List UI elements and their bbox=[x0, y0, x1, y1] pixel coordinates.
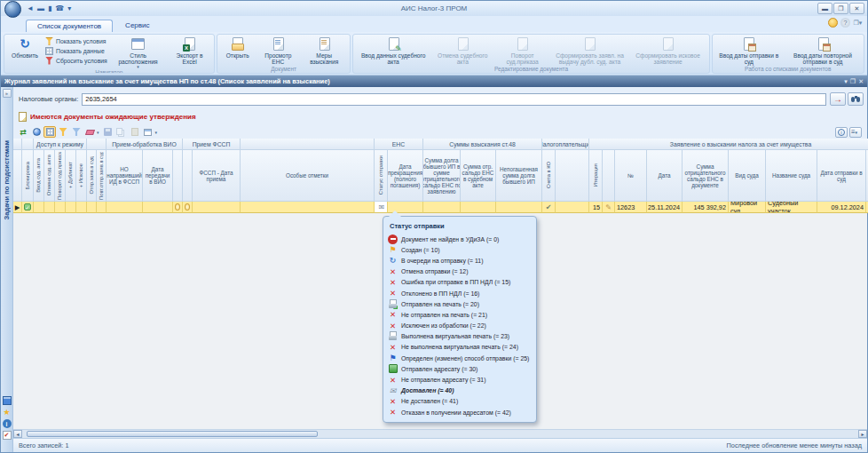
column-number[interactable]: № bbox=[615, 150, 647, 202]
status-option: Отклонено в ПП НДЛ (= 16) bbox=[388, 288, 529, 298]
column-court-send-date[interactable]: Дата отправки в суд bbox=[817, 150, 866, 202]
column-court-type-cell: Мировой суд bbox=[729, 202, 766, 213]
column-edit-mark[interactable] bbox=[603, 150, 615, 202]
star-icon[interactable] bbox=[3, 408, 12, 417]
windows-icon[interactable] bbox=[3, 396, 12, 405]
column-outstanding-debt[interactable]: Непогашенная сумма долга бывшего ИП bbox=[496, 150, 542, 202]
column-blocking[interactable]: Блокировка bbox=[22, 150, 34, 202]
info-button[interactable]: i bbox=[835, 127, 848, 138]
window-menu-icon[interactable]: ❐▾ bbox=[853, 18, 863, 28]
customize-quick-access-icon[interactable]: ▾ bbox=[67, 2, 71, 15]
minimize-button[interactable]: ▬ bbox=[817, 3, 832, 14]
back-icon[interactable]: ◄ bbox=[27, 2, 34, 15]
scroll-left-icon[interactable]: ◄ bbox=[13, 430, 22, 438]
scroll-right-icon[interactable]: ► bbox=[858, 430, 867, 438]
column-fssp-accept-date[interactable]: ФССП - Дата приема bbox=[193, 150, 241, 202]
info-circle-icon[interactable] bbox=[3, 419, 12, 428]
close-button[interactable]: ✕ bbox=[849, 3, 864, 14]
column-termination-date[interactable]: Дата прекращения (полного погашения) bbox=[388, 150, 423, 202]
column-fssp-mark[interactable] bbox=[183, 150, 193, 202]
reset-conditions-button[interactable]: Сбросить условия bbox=[45, 56, 107, 65]
table-row[interactable]: ▶40151262325.11.2024145 392,92Мировой су… bbox=[13, 202, 868, 213]
maximize-button[interactable]: ❐ bbox=[833, 3, 848, 14]
resend-date-button[interactable]: Ввод даты повторной отправки в суд bbox=[784, 35, 862, 65]
column-court-name[interactable]: Название суда bbox=[766, 150, 817, 202]
column-plus-duplicate[interactable]: + Дубликат bbox=[66, 150, 76, 202]
column-no-sent-id-fssp[interactable]: НО направивший ИД в ФССП bbox=[107, 150, 143, 202]
scrollbar-track[interactable] bbox=[22, 430, 858, 438]
column-header-label: Ввод суд. акта bbox=[36, 158, 42, 193]
pin-icon[interactable]: ▮ bbox=[48, 2, 51, 15]
column-former-ie-debt[interactable]: Сумма долга бывшего ИП в сумме отрицател… bbox=[423, 150, 461, 202]
court-act-entry-button[interactable]: Ввод данных судебного акта bbox=[355, 35, 430, 65]
grid-view-icon-button[interactable] bbox=[43, 126, 56, 138]
export-icon-button[interactable] bbox=[17, 126, 29, 138]
status-option-label: Ошибка при отправке в ПП НДЛ (= 15) bbox=[401, 279, 510, 285]
help-icon[interactable]: ? bbox=[840, 18, 850, 28]
panel-close-icon[interactable]: ✕ bbox=[858, 76, 864, 86]
eraser-icon-dropdown-icon[interactable]: ▾ bbox=[97, 130, 99, 135]
panel-menu-icon[interactable]: ▾ bbox=[844, 76, 848, 86]
column-header-label: Сумма долга бывшего ИП в сумме отрицател… bbox=[423, 157, 461, 195]
tab-service[interactable]: Сервис bbox=[114, 20, 160, 32]
measures-icon bbox=[316, 36, 333, 52]
column-court-act-cancel[interactable]: Отмена суд. акта bbox=[44, 150, 55, 202]
layout-list-button[interactable]: ▾ bbox=[849, 127, 862, 138]
column-neg-balance-court-act[interactable]: Сумма отр. сальдо ЕНС в судебном акте bbox=[461, 150, 496, 202]
column-taxpayer-extra[interactable] bbox=[556, 150, 589, 202]
export-excel-button[interactable]: Экспорт в Excel bbox=[167, 35, 211, 68]
filter-icon-button[interactable] bbox=[57, 126, 69, 138]
collection-measures-button[interactable]: Меры взыскания bbox=[300, 35, 349, 65]
scrollbar-thumb[interactable] bbox=[27, 431, 318, 437]
column-vio-mark[interactable] bbox=[173, 150, 183, 202]
horizontal-scrollbar[interactable]: ◄ ► bbox=[13, 429, 867, 438]
show-conditions-button[interactable]: Показать условия bbox=[45, 36, 107, 45]
favorites-star-icon[interactable] bbox=[828, 18, 838, 28]
column-special-marks[interactable]: Особые отметки bbox=[241, 150, 375, 202]
column-order-reversal[interactable]: Поворот суд.приказа bbox=[55, 150, 66, 202]
globe-icon-button[interactable] bbox=[30, 126, 43, 138]
app-menu-button[interactable] bbox=[4, 1, 21, 18]
column-fssp-accept-date-cell bbox=[193, 202, 241, 213]
column-iteration[interactable]: Итерация bbox=[589, 150, 603, 202]
view-ens-button[interactable]: Просмотр ЕНС bbox=[256, 35, 300, 65]
sidebar-tasks-label[interactable]: Задачи по подсистемам bbox=[3, 140, 11, 219]
columns-icon-button[interactable] bbox=[142, 126, 154, 138]
column-header-label: Название суда bbox=[772, 172, 810, 179]
column-vio-transfer-date[interactable]: Дата передачи в ВИО bbox=[143, 150, 173, 202]
filter-edit-icon-button[interactable] bbox=[70, 126, 83, 138]
refresh-button[interactable]: Обновить bbox=[6, 35, 43, 68]
column-send-to-court[interactable]: Отпр.заяв.в суд bbox=[87, 150, 97, 202]
send-date-button[interactable]: Ввод даты отправки в суд bbox=[714, 35, 784, 65]
layout-style-button[interactable]: Стиль расположения▾ bbox=[109, 35, 168, 68]
column-resend-to-court[interactable]: Повт.отпр.заяв.в суд bbox=[97, 150, 107, 202]
apply-filter-button[interactable] bbox=[830, 92, 846, 106]
tasks-icon[interactable] bbox=[3, 431, 12, 440]
forward-icon[interactable]: ▬ bbox=[37, 2, 44, 15]
status-editor[interactable]: 40 bbox=[375, 202, 388, 213]
content-area: Налоговые органы: Имеются документы ожид… bbox=[13, 87, 867, 452]
cell-value: 145 392,92 bbox=[693, 203, 726, 211]
column-court-act-entry[interactable]: Ввод суд. акта bbox=[34, 150, 44, 202]
collapse-sidebar-icon[interactable]: » bbox=[3, 89, 12, 98]
status-option-label: Создан (= 10) bbox=[401, 247, 440, 253]
column-plus-claim[interactable]: + Исковое bbox=[76, 150, 87, 202]
tax-authorities-input[interactable] bbox=[82, 93, 826, 106]
status-option: Не выполнена виртуальная печать (= 24) bbox=[388, 342, 529, 353]
column-send-status[interactable]: Статус отправки bbox=[375, 150, 388, 202]
tab-document-list[interactable]: Список документов bbox=[26, 20, 113, 32]
column-court-type[interactable]: Вид суда bbox=[729, 150, 766, 202]
excel-icon bbox=[181, 36, 198, 52]
eraser-icon-button[interactable] bbox=[83, 126, 96, 138]
phone-icon[interactable]: ☎ bbox=[55, 2, 64, 15]
column-neg-balance-doc[interactable]: Сумма отрицательного сальдо ЕНС в докуме… bbox=[683, 150, 729, 202]
paste-icon-button bbox=[129, 126, 141, 138]
panel-float-icon[interactable]: ❐ bbox=[850, 76, 856, 86]
find-button[interactable] bbox=[848, 92, 864, 106]
open-button[interactable]: Открыть bbox=[219, 35, 256, 65]
columns-icon-dropdown-icon[interactable]: ▾ bbox=[155, 130, 158, 135]
show-data-button[interactable]: Показать данные bbox=[45, 46, 107, 55]
column-date[interactable]: Дата bbox=[647, 150, 683, 202]
column-bank-accounts[interactable]: Счета в КО bbox=[542, 150, 556, 202]
reverse-order-icon bbox=[514, 36, 531, 52]
